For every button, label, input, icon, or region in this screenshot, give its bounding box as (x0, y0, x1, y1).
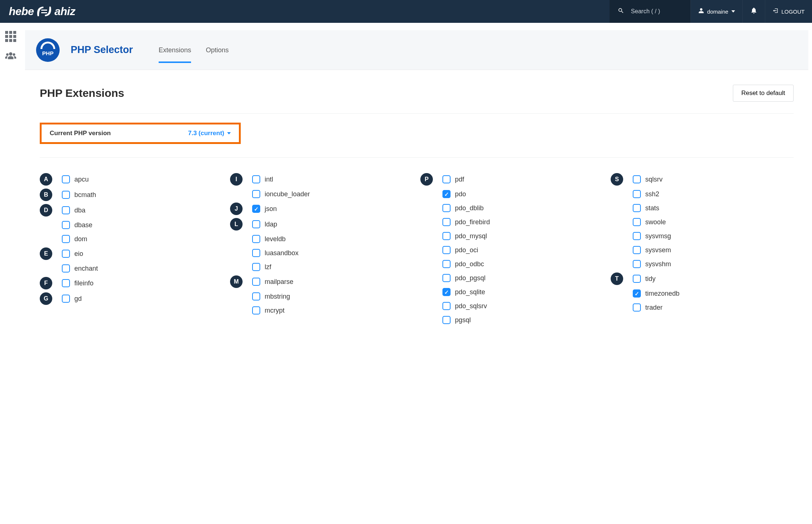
checkbox-dba[interactable] (62, 206, 70, 214)
extension-row: Bbcmath (40, 189, 223, 201)
logout-button[interactable]: LOGOUT (765, 0, 812, 23)
checkbox-mcrypt[interactable] (252, 306, 260, 314)
checkbox-dbase[interactable] (62, 221, 70, 229)
extension-trader: trader (633, 302, 663, 313)
checkbox-gd[interactable] (62, 295, 70, 303)
checkbox-trader[interactable] (633, 303, 641, 312)
checkbox-tidy[interactable] (633, 275, 641, 283)
extension-row: pdo_dblib (420, 203, 603, 214)
extension-label: ioncube_loader (265, 190, 310, 198)
extension-row: Lldap (230, 218, 413, 231)
topnav: hebe ahiz domaine LOGOU (0, 0, 812, 23)
extension-row: Jjson (230, 203, 413, 215)
extension-label: luasandbox (265, 249, 299, 257)
checkbox-enchant[interactable] (62, 264, 70, 272)
checkbox-sysvshm[interactable] (633, 260, 641, 268)
checkbox-pdf[interactable] (442, 175, 451, 183)
extension-label: mcrypt (265, 307, 285, 314)
extension-row: pgsql (420, 314, 603, 326)
checkbox-intl[interactable] (252, 175, 260, 183)
checkbox-swoole[interactable] (633, 218, 641, 226)
extension-label: bcmath (74, 191, 96, 199)
checkbox-lzf[interactable] (252, 263, 260, 271)
extension-label: pgsql (455, 316, 471, 324)
search-box[interactable] (610, 0, 691, 23)
extension-sysvsem: sysvsem (633, 245, 671, 256)
checkbox-mbstring[interactable] (252, 292, 260, 300)
extension-sysvmsg: sysvmsg (633, 231, 671, 242)
svg-point-3 (6, 53, 9, 56)
checkbox-pdo[interactable] (442, 190, 451, 198)
checkbox-sysvmsg[interactable] (633, 232, 641, 240)
checkbox-pdo_dblib[interactable] (442, 204, 451, 212)
checkbox-json[interactable] (252, 205, 260, 213)
svg-rect-0 (41, 10, 47, 11)
reset-to-default-button[interactable]: Reset to default (733, 85, 794, 102)
extension-label: pdo_oci (455, 246, 478, 254)
extension-ldap: ldap (252, 219, 277, 230)
checkbox-leveldb[interactable] (252, 235, 260, 243)
checkbox-timezonedb[interactable] (633, 289, 641, 298)
extension-ioncube_loader: ioncube_loader (252, 189, 310, 200)
checkbox-eio[interactable] (62, 250, 70, 258)
extension-label: eio (74, 250, 83, 258)
extension-label: gd (74, 295, 82, 303)
checkbox-pdo_firebird[interactable] (442, 218, 451, 226)
checkbox-pdo_sqlite[interactable] (442, 288, 451, 296)
checkbox-ldap[interactable] (252, 220, 260, 228)
bell-icon (750, 7, 758, 16)
users-icon[interactable] (5, 51, 16, 62)
extension-lzf: lzf (252, 261, 271, 272)
extension-label: pdo_odbc (455, 260, 484, 268)
brand-bracket-icon (35, 5, 53, 18)
extension-dba: dba (62, 205, 85, 216)
checkbox-pdo_pgsql[interactable] (442, 274, 451, 282)
current-php-version-box: Current PHP version 7.3 (current) (40, 123, 241, 144)
checkbox-pdo_oci[interactable] (442, 246, 451, 254)
extension-pdo_mysql: pdo_mysql (442, 231, 487, 242)
checkbox-ioncube_loader[interactable] (252, 190, 260, 198)
notifications[interactable] (742, 0, 765, 23)
extension-row: Eeio (40, 247, 223, 260)
page-title: PHP Selector (71, 44, 133, 56)
checkbox-pdo_mysql[interactable] (442, 232, 451, 240)
checkbox-sysvsem[interactable] (633, 246, 641, 254)
checkbox-pdo_sqlsrv[interactable] (442, 302, 451, 310)
checkbox-pgsql[interactable] (442, 316, 451, 324)
tab-extensions[interactable]: Extensions (159, 38, 191, 62)
checkbox-dom[interactable] (62, 235, 70, 243)
extension-pdf: pdf (442, 174, 464, 185)
tab-options[interactable]: Options (206, 38, 229, 62)
logout-label: LOGOUT (781, 8, 805, 15)
extension-mcrypt: mcrypt (252, 305, 285, 316)
section-title: PHP Extensions (40, 87, 124, 99)
left-rail (0, 23, 21, 62)
extension-label: json (265, 205, 277, 213)
checkbox-ssh2[interactable] (633, 190, 641, 198)
extension-row: pdo_mysql (420, 231, 603, 242)
checkbox-mailparse[interactable] (252, 278, 260, 286)
extension-row: timezonedb (611, 288, 794, 299)
checkbox-apcu[interactable] (62, 175, 70, 183)
extension-label: fileinfo (74, 279, 93, 287)
php-badge-icon: PHP (36, 38, 60, 62)
checkbox-luasandbox[interactable] (252, 249, 260, 257)
checkbox-pdo_odbc[interactable] (442, 260, 451, 268)
version-dropdown[interactable]: 7.3 (current) (188, 130, 231, 137)
checkbox-bcmath[interactable] (62, 191, 70, 199)
extension-label: swoole (645, 218, 666, 226)
checkbox-fileinfo[interactable] (62, 279, 70, 287)
extension-label: dba (74, 207, 85, 214)
extension-sqlsrv: sqlsrv (633, 174, 663, 185)
apps-grid-icon[interactable] (5, 31, 16, 42)
checkbox-sqlsrv[interactable] (633, 175, 641, 183)
svg-point-4 (13, 53, 15, 56)
extension-luasandbox: luasandbox (252, 247, 299, 259)
extension-label: sqlsrv (645, 176, 663, 183)
extension-row: pdo_oci (420, 245, 603, 256)
user-menu[interactable]: domaine (691, 0, 742, 23)
search-input[interactable] (631, 8, 679, 15)
checkbox-stats[interactable] (633, 204, 641, 212)
extension-label: sysvshm (645, 260, 671, 268)
brand-logo[interactable]: hebe ahiz (9, 5, 75, 18)
